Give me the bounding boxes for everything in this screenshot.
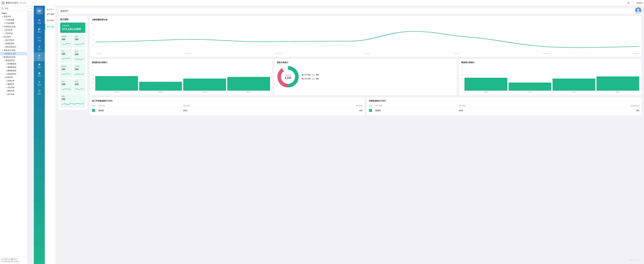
tree-item-verify-phone[interactable]: 验证手机号 (0, 38, 27, 42)
mini-card-project-label: 项目 (62, 80, 71, 82)
trend-chart-area: 20240311 20240315 20240316 20240317 2024… (96, 23, 639, 54)
std-bar-unit: 单位标准 (183, 78, 226, 93)
idle-table-row-1: 1 数据表 test3 200 (369, 108, 639, 113)
hot-col-type: 资产分类 (98, 105, 183, 107)
mini-card-function-value: 143 (62, 98, 84, 100)
nav-back-icon[interactable]: ‹ (30, 7, 30, 10)
mini-card-indicator: 指标 143 (74, 34, 85, 48)
tree-item-struct[interactable]: 产品结构图 (0, 22, 27, 25)
tree-item-source-detail[interactable]: 数据源详情 (0, 72, 27, 76)
tree-item-add-source[interactable]: 新增数据源 (0, 62, 27, 66)
data-bar-dim: 维度表 (596, 76, 639, 93)
bottom-hint: Use S and ▶ keys to move between pages (0, 256, 27, 264)
data-bar-detail-fill (464, 78, 507, 91)
tree-item-edit-source[interactable]: 编辑数据源 (0, 66, 27, 69)
pages-panel: Pages ▼ 系统说明 产品架构图 产品结构图 ▼ 管理登录(完成) 账号登录… (0, 11, 27, 264)
mini-card-datasource-label: 数据源 (62, 65, 71, 68)
mini-card-tag-label: 标签 (75, 80, 84, 82)
app-icon: ▦ (38, 72, 40, 75)
nav-forward-icon[interactable]: › (31, 7, 32, 10)
legend-item-atomic: 原子指标 36% 404 (302, 74, 319, 76)
nav-item-develop[interactable]: </> 开发 (34, 35, 45, 44)
idle-rank-1: 1 (369, 109, 376, 112)
hot-type-1: 数据表 (98, 109, 183, 112)
tree-item-set-pwd[interactable]: 设置新密码 (0, 42, 27, 45)
tree-item-add-task[interactable]: 新增任务 (0, 79, 27, 82)
std-bar-check-fill (227, 77, 270, 91)
tree-item-data-platform[interactable]: 数据中台演示 (0, 52, 27, 56)
sub-nav-asset-analysis[interactable]: 资产分析 (45, 24, 56, 30)
std-bar-field-fill (139, 82, 182, 91)
mini-card-tag: 标签 143 (74, 79, 85, 93)
tree-item-del-task[interactable]: 删除任务 (0, 89, 27, 92)
nav-item-integrate[interactable]: ⊞ 集成 (34, 17, 45, 26)
tree-item-pwd-success[interactable]: 密码设置成功 (0, 45, 27, 48)
nav-item-govern[interactable]: ⊛ 治理 (34, 44, 45, 52)
data-asset-header-label: 数据资产 (60, 10, 69, 12)
tree-item-log-detail[interactable]: 日志详情 (0, 86, 27, 89)
tree-item-edit-task[interactable]: 编辑任务 (0, 82, 27, 86)
build-icon: ◧ (38, 28, 40, 30)
data-bar-summary-fill (508, 82, 551, 91)
top-bar: 数据中台演示 8 of 247 ⊞ ⋮ axure (0, 0, 644, 6)
hamburger-menu-icon[interactable] (2, 2, 4, 4)
sparkline-project (62, 86, 71, 91)
tree-item-exec-task[interactable]: 执行任务 (0, 92, 27, 96)
idle-top5-title: 闲置资源排行TOP5 (369, 100, 639, 102)
data-classify-chart: 50 40 30 20 10 0 明细表 (461, 66, 639, 93)
tree-item-del-source[interactable]: 删除数据源 (0, 69, 27, 72)
pages-label: Pages (0, 11, 27, 15)
nav-item-service[interactable]: ◉ 服务 (34, 61, 45, 70)
left-nav: W ⊞ 集成 ◧ 建模 </> 开发 ⊛ 治理 ◈ 资产 ◉ 服务 ▦ 应用 ⚙… (34, 6, 45, 264)
nav-item-build-label: 建模 (38, 31, 41, 33)
sparkline-indicator (75, 41, 84, 46)
data-bar-app-label: 应用表 (572, 91, 576, 93)
tree-item-sys-demo[interactable]: ▼ 系统演示(完成) (0, 48, 27, 52)
tree-item-arch[interactable]: 产品架构图 (0, 18, 27, 22)
search-input[interactable] (5, 8, 26, 9)
hot-col-rank: 排名 (92, 105, 98, 107)
sub-nav-section-label: 数据资产 (45, 8, 56, 11)
tree-item-account-login[interactable]: 账号登录 (0, 28, 27, 32)
tree-item-datasource[interactable]: ▼ 数据源管理 (0, 59, 27, 62)
legend-count-atomic: 404 (316, 74, 319, 76)
tree-item-forgot-pwd[interactable]: ▼ 忘记密码 (0, 35, 27, 38)
mini-card-datasource-value: 143 (62, 68, 71, 70)
donut-center-label: 指标总数 (285, 74, 291, 76)
sparkline-masterdata (75, 71, 84, 76)
data-bar-summary-label: 汇总表 (528, 91, 532, 93)
legend-dot-derived (302, 78, 304, 80)
std-bars: 命名标准 字段标准 单位标准 (95, 74, 270, 93)
tree-item-task-mgmt[interactable]: ▼ 任务管理 (0, 76, 27, 79)
sub-nav-asset-catalog[interactable]: 资产目录 (45, 18, 56, 24)
sub-nav-asset-map[interactable]: 资产地图 (45, 11, 56, 18)
hot-top5-title: 热门申请资源排行TOP5 (92, 100, 362, 102)
grid-icon[interactable]: ⊞ (627, 1, 630, 4)
avatar[interactable] (635, 7, 642, 14)
std-classify-card: 数据标准分类统计 50 40 30 20 10 0 (90, 59, 272, 95)
mini-card-datatable-label: 数据表 (62, 36, 71, 38)
nav-item-asset[interactable]: ◈ 资产 (34, 52, 45, 61)
nav-item-develop-label: 开发 (38, 40, 41, 42)
tree-item-mgmt-login[interactable]: ▼ 管理登录(完成) (0, 25, 27, 28)
mini-card-api-label: API (62, 50, 71, 52)
trend-chart-card: 总数据量趋势分析 50 40 30 20 10 0 (90, 16, 642, 57)
mini-card-tag-value: 143 (75, 83, 84, 86)
donut-center-value: 2,123 (285, 76, 291, 79)
tree-item-phone-login[interactable]: 手机登录 (0, 32, 27, 35)
hot-table-row-1: 1 数据表 test3 200 (92, 108, 362, 113)
data-bars-container: 明细表 汇总表 应用表 (464, 66, 639, 93)
trend-chart-title: 总数据量趋势分析 (92, 18, 639, 21)
sub-nav-asset-map-label: 资产地图 (47, 13, 54, 15)
std-bar-unit-fill (183, 78, 226, 91)
config-icon: ⚙ (38, 80, 40, 84)
more-icon[interactable]: ⋮ (632, 1, 635, 4)
avatar-image (635, 8, 641, 13)
tree-item-data-collect[interactable]: ▼ 数据集成(完成) (0, 56, 27, 59)
nav-item-app[interactable]: ▦ 应用 (34, 70, 45, 79)
nav-item-system[interactable]: ☰ 系统 (34, 88, 45, 96)
nav-item-config[interactable]: ⚙ 配置 (34, 79, 45, 88)
svg-point-1 (637, 8, 639, 11)
nav-item-build[interactable]: ◧ 建模 (34, 26, 45, 35)
tree-item-sys-desc[interactable]: ▼ 系统说明 (0, 15, 27, 18)
